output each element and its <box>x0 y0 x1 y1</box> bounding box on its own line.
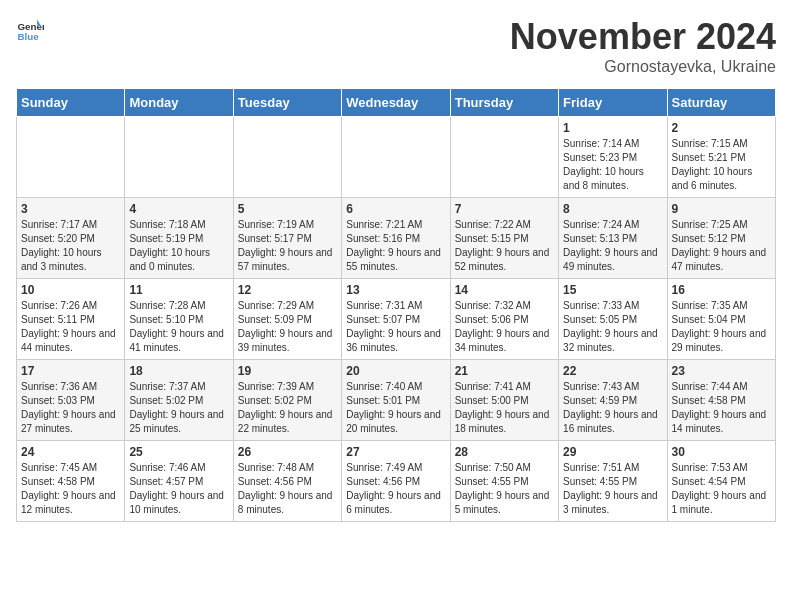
calendar-day <box>342 117 450 198</box>
day-number: 4 <box>129 202 228 216</box>
day-info: Sunrise: 7:45 AM Sunset: 4:58 PM Dayligh… <box>21 461 120 517</box>
day-info: Sunrise: 7:37 AM Sunset: 5:02 PM Dayligh… <box>129 380 228 436</box>
day-header-monday: Monday <box>125 89 233 117</box>
calendar-day: 2Sunrise: 7:15 AM Sunset: 5:21 PM Daylig… <box>667 117 775 198</box>
day-info: Sunrise: 7:48 AM Sunset: 4:56 PM Dayligh… <box>238 461 337 517</box>
calendar-day <box>450 117 558 198</box>
calendar-day: 12Sunrise: 7:29 AM Sunset: 5:09 PM Dayli… <box>233 279 341 360</box>
day-number: 21 <box>455 364 554 378</box>
calendar-day: 21Sunrise: 7:41 AM Sunset: 5:00 PM Dayli… <box>450 360 558 441</box>
day-number: 15 <box>563 283 662 297</box>
logo-icon: General Blue <box>16 16 44 44</box>
day-number: 27 <box>346 445 445 459</box>
day-number: 29 <box>563 445 662 459</box>
day-info: Sunrise: 7:15 AM Sunset: 5:21 PM Dayligh… <box>672 137 771 193</box>
day-number: 20 <box>346 364 445 378</box>
day-number: 19 <box>238 364 337 378</box>
calendar-day: 16Sunrise: 7:35 AM Sunset: 5:04 PM Dayli… <box>667 279 775 360</box>
day-header-sunday: Sunday <box>17 89 125 117</box>
calendar-day: 19Sunrise: 7:39 AM Sunset: 5:02 PM Dayli… <box>233 360 341 441</box>
day-info: Sunrise: 7:40 AM Sunset: 5:01 PM Dayligh… <box>346 380 445 436</box>
day-number: 10 <box>21 283 120 297</box>
day-number: 6 <box>346 202 445 216</box>
calendar-day: 23Sunrise: 7:44 AM Sunset: 4:58 PM Dayli… <box>667 360 775 441</box>
month-title: November 2024 <box>510 16 776 58</box>
day-number: 24 <box>21 445 120 459</box>
day-info: Sunrise: 7:31 AM Sunset: 5:07 PM Dayligh… <box>346 299 445 355</box>
day-info: Sunrise: 7:33 AM Sunset: 5:05 PM Dayligh… <box>563 299 662 355</box>
calendar-day: 6Sunrise: 7:21 AM Sunset: 5:16 PM Daylig… <box>342 198 450 279</box>
calendar-day: 4Sunrise: 7:18 AM Sunset: 5:19 PM Daylig… <box>125 198 233 279</box>
calendar-day: 3Sunrise: 7:17 AM Sunset: 5:20 PM Daylig… <box>17 198 125 279</box>
calendar-day: 13Sunrise: 7:31 AM Sunset: 5:07 PM Dayli… <box>342 279 450 360</box>
header: General Blue November 2024 Gornostayevka… <box>16 16 776 76</box>
day-header-saturday: Saturday <box>667 89 775 117</box>
svg-text:Blue: Blue <box>17 31 39 42</box>
logo: General Blue <box>16 16 44 44</box>
day-info: Sunrise: 7:19 AM Sunset: 5:17 PM Dayligh… <box>238 218 337 274</box>
day-info: Sunrise: 7:25 AM Sunset: 5:12 PM Dayligh… <box>672 218 771 274</box>
calendar-day: 18Sunrise: 7:37 AM Sunset: 5:02 PM Dayli… <box>125 360 233 441</box>
day-info: Sunrise: 7:18 AM Sunset: 5:19 PM Dayligh… <box>129 218 228 274</box>
calendar-day: 8Sunrise: 7:24 AM Sunset: 5:13 PM Daylig… <box>559 198 667 279</box>
day-info: Sunrise: 7:14 AM Sunset: 5:23 PM Dayligh… <box>563 137 662 193</box>
title-area: November 2024 Gornostayevka, Ukraine <box>510 16 776 76</box>
day-info: Sunrise: 7:35 AM Sunset: 5:04 PM Dayligh… <box>672 299 771 355</box>
calendar: SundayMondayTuesdayWednesdayThursdayFrid… <box>16 88 776 522</box>
calendar-day: 14Sunrise: 7:32 AM Sunset: 5:06 PM Dayli… <box>450 279 558 360</box>
day-info: Sunrise: 7:21 AM Sunset: 5:16 PM Dayligh… <box>346 218 445 274</box>
calendar-day: 15Sunrise: 7:33 AM Sunset: 5:05 PM Dayli… <box>559 279 667 360</box>
day-header-thursday: Thursday <box>450 89 558 117</box>
calendar-day: 29Sunrise: 7:51 AM Sunset: 4:55 PM Dayli… <box>559 441 667 522</box>
day-number: 7 <box>455 202 554 216</box>
calendar-day: 10Sunrise: 7:26 AM Sunset: 5:11 PM Dayli… <box>17 279 125 360</box>
day-info: Sunrise: 7:29 AM Sunset: 5:09 PM Dayligh… <box>238 299 337 355</box>
calendar-week-5: 24Sunrise: 7:45 AM Sunset: 4:58 PM Dayli… <box>17 441 776 522</box>
calendar-week-3: 10Sunrise: 7:26 AM Sunset: 5:11 PM Dayli… <box>17 279 776 360</box>
calendar-day <box>17 117 125 198</box>
day-number: 17 <box>21 364 120 378</box>
day-info: Sunrise: 7:49 AM Sunset: 4:56 PM Dayligh… <box>346 461 445 517</box>
calendar-day: 24Sunrise: 7:45 AM Sunset: 4:58 PM Dayli… <box>17 441 125 522</box>
day-number: 16 <box>672 283 771 297</box>
day-number: 9 <box>672 202 771 216</box>
calendar-header-row: SundayMondayTuesdayWednesdayThursdayFrid… <box>17 89 776 117</box>
day-info: Sunrise: 7:28 AM Sunset: 5:10 PM Dayligh… <box>129 299 228 355</box>
calendar-day: 26Sunrise: 7:48 AM Sunset: 4:56 PM Dayli… <box>233 441 341 522</box>
calendar-day: 7Sunrise: 7:22 AM Sunset: 5:15 PM Daylig… <box>450 198 558 279</box>
day-info: Sunrise: 7:22 AM Sunset: 5:15 PM Dayligh… <box>455 218 554 274</box>
day-info: Sunrise: 7:43 AM Sunset: 4:59 PM Dayligh… <box>563 380 662 436</box>
calendar-day: 9Sunrise: 7:25 AM Sunset: 5:12 PM Daylig… <box>667 198 775 279</box>
calendar-day: 20Sunrise: 7:40 AM Sunset: 5:01 PM Dayli… <box>342 360 450 441</box>
day-header-wednesday: Wednesday <box>342 89 450 117</box>
calendar-day: 27Sunrise: 7:49 AM Sunset: 4:56 PM Dayli… <box>342 441 450 522</box>
day-number: 11 <box>129 283 228 297</box>
calendar-week-2: 3Sunrise: 7:17 AM Sunset: 5:20 PM Daylig… <box>17 198 776 279</box>
day-number: 2 <box>672 121 771 135</box>
calendar-day <box>125 117 233 198</box>
day-header-tuesday: Tuesday <box>233 89 341 117</box>
calendar-week-1: 1Sunrise: 7:14 AM Sunset: 5:23 PM Daylig… <box>17 117 776 198</box>
day-number: 25 <box>129 445 228 459</box>
day-number: 3 <box>21 202 120 216</box>
day-info: Sunrise: 7:39 AM Sunset: 5:02 PM Dayligh… <box>238 380 337 436</box>
calendar-day: 22Sunrise: 7:43 AM Sunset: 4:59 PM Dayli… <box>559 360 667 441</box>
day-info: Sunrise: 7:41 AM Sunset: 5:00 PM Dayligh… <box>455 380 554 436</box>
day-info: Sunrise: 7:32 AM Sunset: 5:06 PM Dayligh… <box>455 299 554 355</box>
day-info: Sunrise: 7:44 AM Sunset: 4:58 PM Dayligh… <box>672 380 771 436</box>
day-number: 23 <box>672 364 771 378</box>
day-number: 12 <box>238 283 337 297</box>
day-info: Sunrise: 7:17 AM Sunset: 5:20 PM Dayligh… <box>21 218 120 274</box>
day-number: 26 <box>238 445 337 459</box>
day-info: Sunrise: 7:36 AM Sunset: 5:03 PM Dayligh… <box>21 380 120 436</box>
calendar-day: 17Sunrise: 7:36 AM Sunset: 5:03 PM Dayli… <box>17 360 125 441</box>
day-info: Sunrise: 7:46 AM Sunset: 4:57 PM Dayligh… <box>129 461 228 517</box>
day-number: 28 <box>455 445 554 459</box>
day-header-friday: Friday <box>559 89 667 117</box>
day-info: Sunrise: 7:24 AM Sunset: 5:13 PM Dayligh… <box>563 218 662 274</box>
day-number: 1 <box>563 121 662 135</box>
day-number: 5 <box>238 202 337 216</box>
day-number: 22 <box>563 364 662 378</box>
calendar-day <box>233 117 341 198</box>
calendar-week-4: 17Sunrise: 7:36 AM Sunset: 5:03 PM Dayli… <box>17 360 776 441</box>
